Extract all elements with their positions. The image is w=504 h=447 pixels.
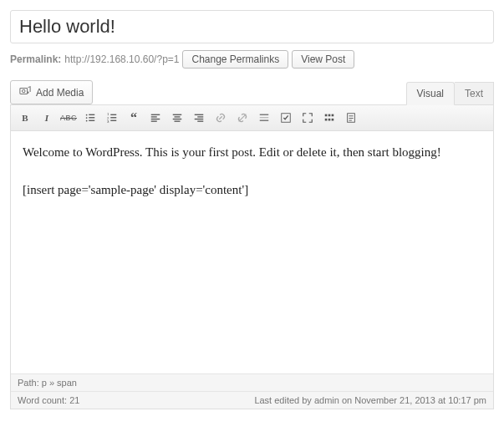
strikethrough-button[interactable]: ABC: [59, 109, 78, 127]
word-count-label: Word count:: [18, 395, 67, 405]
svg-rect-12: [110, 117, 116, 118]
bold-button[interactable]: B: [16, 109, 34, 127]
svg-rect-39: [349, 115, 353, 116]
editor-meta-bar: Word count: 21 Last edited by admin on N…: [11, 391, 493, 409]
svg-rect-15: [151, 114, 160, 115]
insert-more-button[interactable]: [255, 109, 273, 127]
unordered-list-button[interactable]: [81, 109, 99, 127]
svg-rect-8: [89, 120, 94, 121]
svg-rect-36: [328, 119, 331, 121]
svg-rect-28: [260, 114, 269, 115]
svg-rect-35: [325, 119, 328, 121]
content-editor[interactable]: Welcome to WordPress. This is your first…: [11, 131, 493, 373]
align-left-button[interactable]: [146, 109, 165, 127]
add-media-label: Add Media: [36, 87, 84, 99]
add-media-button[interactable]: Add Media: [10, 80, 93, 104]
word-count-value: 21: [69, 395, 79, 405]
svg-rect-20: [175, 116, 181, 117]
editor-path-bar: Path: p » span: [11, 373, 493, 391]
align-right-button[interactable]: [190, 109, 208, 127]
content-shortcode: [insert page='sample-page' display='cont…: [23, 180, 481, 200]
svg-rect-33: [328, 114, 331, 117]
svg-rect-18: [151, 121, 157, 122]
svg-rect-6: [89, 117, 94, 118]
svg-rect-19: [173, 114, 182, 115]
svg-rect-41: [349, 120, 352, 121]
link-button[interactable]: [211, 109, 230, 127]
ordered-list-button[interactable]: 123: [103, 109, 121, 127]
kitchen-sink-button[interactable]: [320, 109, 339, 127]
svg-rect-37: [332, 119, 334, 121]
view-post-button[interactable]: View Post: [292, 50, 354, 69]
path-value[interactable]: p » span: [42, 378, 77, 388]
last-edited: Last edited by admin on November 21, 201…: [254, 395, 486, 405]
svg-line-27: [239, 114, 247, 122]
permalink-row: Permalink: http://192.168.10.60/?p=1 Cha…: [10, 50, 494, 69]
editor-tabs: Visual Text: [406, 81, 494, 104]
svg-rect-32: [325, 114, 328, 117]
svg-rect-34: [332, 114, 334, 117]
svg-rect-16: [151, 116, 157, 117]
svg-rect-40: [349, 118, 353, 119]
word-count: Word count: 21: [18, 395, 79, 405]
post-title-input[interactable]: [10, 10, 494, 43]
svg-rect-0: [20, 89, 28, 94]
svg-text:3: 3: [107, 119, 109, 124]
svg-rect-14: [110, 120, 116, 121]
change-permalinks-button[interactable]: Change Permalinks: [182, 50, 288, 69]
permalink-url: http://192.168.10.60/?p=1: [64, 53, 179, 65]
insert-page-button[interactable]: [342, 109, 360, 127]
svg-point-2: [27, 92, 28, 94]
fullscreen-button[interactable]: [298, 109, 317, 127]
svg-point-1: [23, 89, 26, 93]
svg-rect-29: [260, 117, 269, 118]
svg-rect-4: [89, 114, 94, 115]
svg-rect-22: [175, 121, 181, 122]
svg-rect-10: [110, 114, 116, 115]
svg-rect-17: [151, 119, 160, 119]
italic-button[interactable]: I: [38, 109, 56, 127]
permalink-label: Permalink:: [10, 53, 61, 65]
align-center-button[interactable]: [168, 109, 186, 127]
svg-rect-21: [173, 119, 182, 119]
camera-music-icon: [19, 85, 31, 99]
svg-rect-23: [195, 114, 204, 115]
spellcheck-button[interactable]: [277, 109, 295, 127]
path-label: Path:: [18, 378, 39, 388]
tab-text[interactable]: Text: [455, 82, 494, 105]
svg-rect-24: [197, 116, 203, 117]
editor: B I ABC 123 “ Welcome to WordPress. This…: [10, 104, 494, 409]
svg-point-3: [86, 114, 88, 116]
blockquote-button[interactable]: “: [125, 109, 143, 127]
svg-rect-25: [195, 119, 204, 119]
svg-rect-30: [260, 120, 269, 121]
content-paragraph: Welcome to WordPress. This is your first…: [23, 143, 481, 162]
svg-rect-26: [197, 121, 203, 122]
unlink-button[interactable]: [233, 109, 252, 127]
svg-point-5: [86, 117, 88, 119]
tab-visual[interactable]: Visual: [406, 82, 455, 105]
svg-point-7: [86, 120, 88, 122]
editor-toolbar: B I ABC 123 “: [11, 105, 493, 131]
